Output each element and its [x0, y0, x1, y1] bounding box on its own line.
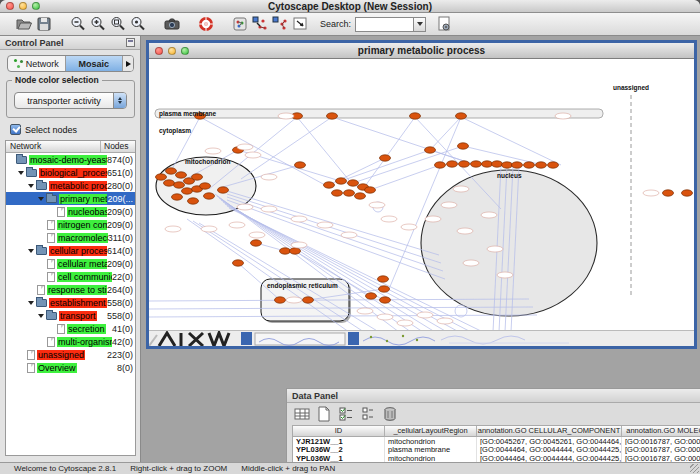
network-node[interactable]	[380, 155, 391, 161]
col-molecular-function[interactable]: annotation.GO MOLECULAR_FUNCTION	[622, 426, 700, 436]
network-node[interactable]	[524, 162, 535, 168]
open-icon[interactable]	[14, 14, 34, 34]
tree-row[interactable]: cell communicat22(0)	[6, 270, 135, 283]
expander-slot[interactable]	[8, 153, 16, 166]
zoom-in-icon[interactable]	[88, 14, 108, 34]
network-node[interactable]	[512, 162, 523, 168]
search-input[interactable]	[355, 17, 413, 32]
tree-row[interactable]: macromolecule311(0)	[6, 231, 135, 244]
network-node[interactable]	[492, 161, 503, 167]
tab-mosaic[interactable]: Mosaic	[66, 56, 124, 71]
tree-row[interactable]: response to stimulu264(0)	[6, 283, 135, 296]
expander-open-icon[interactable]	[28, 244, 36, 257]
network-edge[interactable]	[430, 117, 461, 150]
select-nodes-checkbox[interactable]: Select nodes	[10, 124, 77, 135]
network-node[interactable]	[365, 187, 376, 193]
tree-col-nodes[interactable]: Nodes	[101, 141, 135, 152]
col-region[interactable]: _cellularLayoutRegion	[385, 426, 477, 436]
network-node[interactable]	[295, 162, 306, 168]
float-panel-icon[interactable]	[126, 38, 135, 47]
annotation-icon[interactable]	[290, 14, 310, 34]
tab-scroll-right-icon[interactable]	[123, 56, 133, 71]
network-node[interactable]	[200, 183, 211, 189]
network-node[interactable]	[456, 113, 467, 119]
network-node[interactable]	[366, 293, 377, 299]
snapshot-icon[interactable]	[162, 14, 182, 34]
expander-open-icon[interactable]	[28, 296, 36, 309]
tree-row[interactable]: establishment of lo558(0)	[6, 296, 135, 309]
help-ring-icon[interactable]	[196, 14, 216, 34]
create-attribute-icon[interactable]	[315, 405, 333, 423]
network-edge[interactable]	[370, 165, 440, 190]
network-node[interactable]	[380, 297, 391, 303]
network-node[interactable]	[459, 161, 470, 167]
zoom-out-icon[interactable]	[68, 14, 88, 34]
node-color-select[interactable]: transporter activity	[14, 92, 127, 109]
expander-open-icon[interactable]	[38, 309, 46, 322]
zoom-selected-icon[interactable]	[128, 14, 148, 34]
network-edge[interactable]	[241, 117, 332, 179]
tree-row[interactable]: secretion41(0)	[6, 322, 135, 335]
network-node[interactable]	[164, 180, 175, 186]
tree-row[interactable]: cellular metabo209(0)	[6, 257, 135, 270]
tree-row[interactable]: biological_process651(0)	[6, 166, 135, 179]
network-node[interactable]	[192, 174, 203, 180]
layout-2-icon[interactable]	[270, 14, 290, 34]
network-node[interactable]	[332, 190, 343, 196]
network-node[interactable]	[156, 174, 167, 180]
network-node[interactable]	[536, 162, 547, 168]
tree-row[interactable]: multi-organism pro42(0)	[6, 335, 135, 348]
tree-row[interactable]: metabolic process280(0)	[6, 179, 135, 192]
table-row[interactable]: YPL036W__1mitochondrion[GO:0044464, GO:0…	[293, 454, 700, 462]
network-edge[interactable]	[363, 117, 415, 189]
network-node[interactable]	[176, 172, 187, 178]
tree-row[interactable]: nucleobase-209(0)	[6, 205, 135, 218]
tree-row[interactable]: Overview8(0)	[6, 361, 135, 374]
network-node[interactable]	[410, 113, 421, 119]
network-node[interactable]	[324, 182, 335, 188]
search-options-icon[interactable]	[434, 14, 454, 34]
network-edge[interactable]	[461, 117, 561, 165]
network-node[interactable]	[174, 182, 185, 188]
network-node[interactable]	[336, 178, 347, 184]
tree-row[interactable]: nitrogen compo209(0)	[6, 218, 135, 231]
table-row[interactable]: YPL036W__2plasma membrane[GO:0044464, GO…	[293, 445, 700, 453]
network-node[interactable]	[233, 260, 244, 266]
network-canvas[interactable]: plasma membrane cytoplasm mitochondrion …	[149, 59, 694, 330]
expander-open-icon[interactable]	[18, 166, 26, 179]
network-node[interactable]	[482, 161, 493, 167]
table-row[interactable]: YJR121W__1mitochondrion[GO:0045267, GO:0…	[293, 437, 700, 445]
network-node[interactable]	[275, 297, 286, 303]
network-node[interactable]	[378, 276, 389, 282]
network-node[interactable]	[188, 198, 199, 204]
network-node[interactable]	[502, 162, 513, 168]
network-node[interactable]	[344, 190, 355, 196]
network-node[interactable]	[471, 161, 482, 167]
network-node[interactable]	[355, 193, 366, 199]
network-node[interactable]	[172, 194, 183, 200]
network-node[interactable]	[303, 297, 314, 303]
network-node[interactable]	[204, 193, 215, 199]
tree-row[interactable]: cellular process614(0)	[6, 244, 135, 257]
tree-row[interactable]: primary metabo209(...	[6, 192, 135, 205]
network-view-titlebar[interactable]: primary metabolic process	[149, 43, 694, 59]
save-icon[interactable]	[34, 14, 54, 34]
network-node[interactable]	[435, 162, 446, 168]
network-node[interactable]	[682, 190, 693, 196]
resize-grip[interactable]	[690, 464, 699, 473]
tree-col-network[interactable]: Network	[6, 141, 101, 152]
network-node[interactable]	[218, 187, 229, 193]
attribute-list-icon[interactable]	[359, 405, 377, 423]
network-node[interactable]	[447, 161, 458, 167]
attribute-batch-edit-icon[interactable]	[337, 405, 355, 423]
network-node[interactable]	[425, 147, 436, 153]
tree-row[interactable]: mosaic-demo-yeast874(0)	[6, 153, 135, 166]
network-node[interactable]	[251, 240, 262, 246]
expander-open-icon[interactable]	[28, 179, 36, 192]
network-node[interactable]	[379, 286, 390, 292]
network-edge[interactable]	[297, 117, 353, 185]
network-node[interactable]	[548, 162, 559, 168]
tree-row[interactable]: transport558(0)	[6, 309, 135, 322]
network-node[interactable]	[166, 168, 177, 174]
zoom-fit-icon[interactable]	[108, 14, 128, 34]
